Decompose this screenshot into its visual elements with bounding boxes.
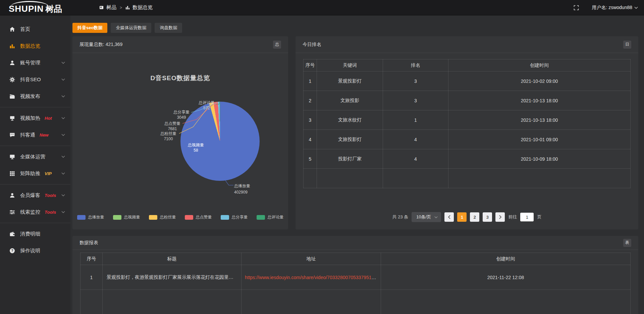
sidebar-item-video-heat[interactable]: 视频加热 Hot xyxy=(0,110,70,126)
sidebar-item-data-overview[interactable]: 数据总览 xyxy=(0,38,70,54)
sidebar-item-douyin-seo[interactable]: 抖音SEO xyxy=(0,71,70,88)
wallet-icon xyxy=(9,231,15,237)
panel-title: 今日排名 xyxy=(303,42,321,48)
sidebar-item-label: 视频发布 xyxy=(20,93,40,100)
username-label: 用户名: zswodun88 xyxy=(592,5,632,11)
legend-item-fans[interactable]: 总粉丝量 xyxy=(149,214,176,220)
tools-badge: Tools xyxy=(45,210,56,215)
legend-swatch xyxy=(149,215,157,220)
page-button-1[interactable]: 1 xyxy=(457,212,467,222)
col-header: 标题 xyxy=(103,253,241,265)
table-row xyxy=(80,290,631,314)
user-icon xyxy=(9,60,15,66)
vip-badge: VIP xyxy=(45,171,52,176)
day-badge-button[interactable]: 日 xyxy=(623,41,631,49)
chevron-down-icon xyxy=(61,95,65,98)
pie-label-plays: 总播放量402909 xyxy=(234,183,274,196)
sidebar-item-doukatong[interactable]: 抖客通 New xyxy=(0,126,70,143)
chevron-down-icon xyxy=(61,117,65,119)
breadcrumb: 树品 > 数据总览 xyxy=(99,4,153,11)
pie-label-fans: 总粉丝量7100 xyxy=(152,131,184,142)
monitor-icon xyxy=(9,154,15,160)
chevron-down-icon xyxy=(61,211,65,213)
sidebar-item-label: 首页 xyxy=(20,26,30,33)
user-menu[interactable]: 用户名: zswodun88 xyxy=(592,5,638,11)
pie-label-likes: 总点赞量7681 xyxy=(156,121,189,132)
window-icon xyxy=(99,5,104,10)
pagination-total: 共 23 条 xyxy=(392,214,409,220)
legend-swatch xyxy=(113,215,121,220)
total-badge-button[interactable]: 总 xyxy=(273,41,281,49)
ranking-table: 序号 关键词 排名 创建时间 1 景观投影灯 3 2021-10-02 09:0… xyxy=(303,59,631,188)
chevron-down-icon xyxy=(61,194,65,197)
sidebar-item-label: 数据总览 xyxy=(20,43,40,49)
goto-suffix: 页 xyxy=(537,214,541,220)
fullscreen-icon[interactable] xyxy=(574,5,579,10)
col-header: 创建时间 xyxy=(448,59,631,71)
prev-page-button[interactable] xyxy=(444,212,454,222)
hot-badge: Hot xyxy=(45,116,52,121)
sliders-icon xyxy=(9,209,15,215)
sidebar-item-label: 全媒体运营 xyxy=(20,154,45,160)
page-size-select[interactable]: 10条/页 xyxy=(412,212,441,222)
report-table: 序号 标题 地址 创建时间 1 景观投影灯，夜游景观投影灯厂家展示展示落花灯在花… xyxy=(80,253,631,314)
pie-label-shares: 总分享量3049 xyxy=(165,109,198,120)
next-page-button[interactable] xyxy=(495,212,505,222)
logo-text-cn: 树品 xyxy=(45,2,62,15)
chevron-right-icon xyxy=(499,215,502,219)
table-row: 5 投影灯厂家 4 2021-10-09 18:00 xyxy=(304,149,631,169)
sidebar-item-lead-monitor[interactable]: 线索监控 Tools xyxy=(0,204,70,220)
sidebar-divider xyxy=(0,223,70,223)
sidebar-item-matrix-boost[interactable]: 矩阵助推 VIP xyxy=(0,165,70,182)
sidebar-item-help[interactable]: ? 操作说明 xyxy=(0,242,70,259)
sidebar-item-omnimedia[interactable]: 全媒体运营 xyxy=(0,148,70,165)
page-button-3[interactable]: 3 xyxy=(483,212,492,222)
sidebar-item-consumption[interactable]: 消费明细 xyxy=(0,225,70,242)
svg-text:?: ? xyxy=(11,249,13,253)
video-link[interactable]: https://www.iesdouyin.com/share/video/70… xyxy=(245,275,381,280)
app-logo: SHUPIN 树品 xyxy=(0,0,70,15)
page-button-2[interactable]: 2 xyxy=(470,212,479,222)
sidebar-item-member-tools[interactable]: 会员爆客 Tools xyxy=(0,187,70,204)
legend-item-plays[interactable]: 总播放量 xyxy=(77,214,104,220)
goto-page-input[interactable] xyxy=(520,213,534,221)
col-header: 创建时间 xyxy=(381,253,631,265)
tab-douyin-seo-data[interactable]: 抖音seo数据 xyxy=(72,23,107,33)
legend-swatch xyxy=(185,215,193,220)
tab-inquiry-data[interactable]: 询盘数据 xyxy=(155,23,182,33)
grid-icon xyxy=(9,170,15,176)
table-row: 3 文旅水纹灯 1 2021-10-13 18:00 xyxy=(304,110,631,130)
chart-legend: 总播放量 总视频量 总粉丝量 总点赞量 总分享量 总评论量 xyxy=(72,214,288,220)
breadcrumb-root[interactable]: 树品 xyxy=(106,4,116,11)
chevron-down-icon xyxy=(61,134,65,136)
sidebar-item-label: 矩阵助推 xyxy=(20,170,40,177)
pie-label-videos: 总视频量58 xyxy=(180,142,212,153)
sidebar-item-label: 抖音SEO xyxy=(20,76,41,83)
legend-item-comments[interactable]: 总评论量 xyxy=(257,214,284,220)
table-badge-button[interactable]: 表 xyxy=(623,239,631,247)
legend-item-likes[interactable]: 总点赞量 xyxy=(185,214,212,220)
sidebar-item-label: 操作说明 xyxy=(20,248,40,254)
tab-omnimedia-data[interactable]: 全媒体运营数据 xyxy=(111,23,151,33)
sidebar-item-label: 视频加热 xyxy=(20,115,40,121)
seo-overview-panel: 展现量总数: 421,369 总 D音SEO数据量总览 总评论量572 总分享量… xyxy=(72,36,288,229)
main-content: 抖音seo数据 全媒体运营数据 询盘数据 展现量总数: 421,369 总 D音… xyxy=(70,15,644,314)
sidebar-item-label: 消费明细 xyxy=(20,231,40,237)
col-header: 地址 xyxy=(241,253,381,265)
chevron-down-icon xyxy=(61,61,65,64)
chevron-left-icon xyxy=(448,215,451,219)
chevron-down-icon xyxy=(61,155,65,158)
tab-row: 抖音seo数据 全媒体运营数据 询盘数据 xyxy=(72,23,638,33)
sidebar-item-label: 账号管理 xyxy=(20,60,40,66)
video-title: 景观投影灯，夜游景观投影灯厂家展示展示落花灯在花园里的灯光投影应用效果 #... xyxy=(103,265,241,290)
goto-prefix: 前往 xyxy=(508,214,517,220)
sidebar-item-label: 线索监控 xyxy=(20,209,40,215)
legend-item-shares[interactable]: 总分享量 xyxy=(221,214,248,220)
table-empty-row xyxy=(304,169,631,188)
sidebar-item-account[interactable]: 账号管理 xyxy=(0,54,70,71)
sidebar-item-home[interactable]: 首页 xyxy=(0,21,70,38)
question-circle-icon: ? xyxy=(9,248,15,254)
sidebar-item-video-publish[interactable]: 视频发布 xyxy=(0,88,70,105)
table-header-row: 序号 关键词 排名 创建时间 xyxy=(304,59,631,71)
legend-item-videos[interactable]: 总视频量 xyxy=(113,214,140,220)
